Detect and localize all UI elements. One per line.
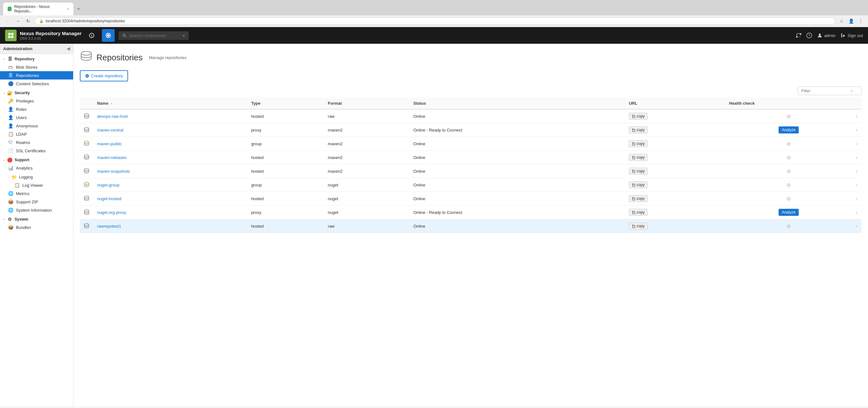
tab-close-button[interactable]: × bbox=[67, 7, 69, 11]
row-chevron[interactable]: › bbox=[852, 109, 862, 123]
sidebar-section-system[interactable]: − ⚙ System bbox=[0, 214, 73, 223]
row-health-check[interactable]: ⊘ bbox=[725, 178, 852, 192]
row-url[interactable]: copy bbox=[625, 123, 725, 137]
table-row[interactable]: maven-releases hosted maven2 Online copy… bbox=[80, 151, 862, 164]
sidebar-item-analytics[interactable]: 📊 Analytics bbox=[0, 164, 73, 172]
row-url[interactable]: copy bbox=[625, 137, 725, 151]
sidebar-item-realms[interactable]: 🛡 Realms bbox=[0, 138, 73, 147]
menu-icon[interactable]: ⋮ bbox=[857, 18, 864, 25]
row-name[interactable]: nuget-group bbox=[93, 178, 247, 192]
row-chevron[interactable]: › bbox=[852, 123, 862, 137]
nav-back-button[interactable]: ← bbox=[4, 17, 11, 25]
row-health-check[interactable]: ⊘ bbox=[725, 219, 852, 233]
row-chevron[interactable]: › bbox=[852, 178, 862, 192]
row-url[interactable]: copy bbox=[625, 192, 725, 206]
row-health-check[interactable]: Analyze bbox=[725, 206, 852, 219]
new-tab-button[interactable]: + bbox=[75, 5, 83, 13]
copy-url-button[interactable]: copy bbox=[629, 167, 647, 175]
row-name[interactable]: nuget.org-proxy bbox=[93, 206, 247, 219]
help-button[interactable]: ? bbox=[806, 33, 812, 38]
row-url[interactable]: copy bbox=[625, 151, 725, 164]
sidebar-section-repository[interactable]: − 🗄 Repository bbox=[0, 54, 73, 63]
sidebar-item-users[interactable]: 👤 Users bbox=[0, 113, 73, 122]
copy-url-button[interactable]: copy bbox=[629, 209, 647, 216]
nav-refresh-button[interactable]: ↻ bbox=[24, 17, 32, 25]
sidebar-item-metrics[interactable]: 🌐 Metrics bbox=[0, 189, 73, 198]
browse-button[interactable] bbox=[85, 29, 98, 42]
row-chevron[interactable]: › bbox=[852, 192, 862, 206]
sidebar-item-log-viewer[interactable]: 📋 Log Viewer bbox=[0, 181, 73, 189]
row-name[interactable]: rawrepotest1 bbox=[93, 219, 247, 233]
row-health-check[interactable]: ⊘ bbox=[725, 192, 852, 206]
row-chevron[interactable]: › bbox=[852, 137, 862, 151]
table-row[interactable]: maven-snapshots hosted maven2 Online cop… bbox=[80, 164, 862, 178]
sidebar-section-support[interactable]: − 🔴 Support bbox=[0, 155, 73, 164]
sidebar-item-roles[interactable]: 👤 Roles bbox=[0, 105, 73, 113]
table-row[interactable]: nuget-group group nuget Online copy ⊘ › bbox=[80, 178, 862, 192]
row-expand-icon[interactable]: › bbox=[856, 114, 858, 119]
table-row[interactable]: nuget.org-proxy proxy nuget Online - Rea… bbox=[80, 206, 862, 219]
row-chevron[interactable]: › bbox=[852, 206, 862, 219]
row-url[interactable]: copy bbox=[625, 206, 725, 219]
table-row[interactable]: rawrepotest1 hosted raw Online copy ⊘ › bbox=[80, 219, 862, 233]
row-url[interactable]: copy bbox=[625, 178, 725, 192]
filter-clear-icon[interactable]: × bbox=[850, 88, 853, 93]
row-chevron[interactable]: › bbox=[852, 219, 862, 233]
copy-url-button[interactable]: copy bbox=[629, 181, 647, 188]
row-chevron[interactable]: › bbox=[852, 151, 862, 164]
search-box[interactable]: × bbox=[119, 31, 189, 40]
row-url[interactable]: copy bbox=[625, 219, 725, 233]
search-clear-icon[interactable]: × bbox=[183, 33, 185, 38]
table-row[interactable]: maven-public group maven2 Online copy ⊘ … bbox=[80, 137, 862, 151]
row-health-check[interactable]: ⊘ bbox=[725, 137, 852, 151]
row-health-check[interactable]: ⊘ bbox=[725, 164, 852, 178]
table-row[interactable]: maven-central proxy maven2 Online - Read… bbox=[80, 123, 862, 137]
copy-url-button[interactable]: copy bbox=[629, 113, 647, 120]
sidebar-item-blob-stores[interactable]: 🗃 Blob Stores bbox=[0, 63, 73, 71]
sidebar-item-logging[interactable]: − 📁 Logging bbox=[0, 172, 73, 181]
copy-url-button[interactable]: copy bbox=[629, 222, 647, 229]
sign-out-button[interactable]: Sign out bbox=[840, 33, 863, 38]
row-health-check[interactable]: ⊘ bbox=[725, 109, 852, 123]
row-expand-icon[interactable]: › bbox=[856, 155, 858, 160]
row-url[interactable]: copy bbox=[625, 109, 725, 123]
profile-icon[interactable]: 👤 bbox=[847, 18, 855, 25]
row-url[interactable]: copy bbox=[625, 164, 725, 178]
sidebar-item-support-zip[interactable]: 📦 Support ZIP bbox=[0, 198, 73, 206]
copy-url-button[interactable]: copy bbox=[629, 126, 647, 133]
row-chevron[interactable]: › bbox=[852, 164, 862, 178]
sidebar-item-anonymous[interactable]: 👤 Anonymous bbox=[0, 122, 73, 130]
sidebar-item-repositories[interactable]: 🗄 Repositories bbox=[0, 71, 73, 80]
copy-url-button[interactable]: copy bbox=[629, 195, 647, 202]
row-expand-icon[interactable]: › bbox=[856, 182, 858, 187]
refresh-button[interactable] bbox=[796, 33, 801, 38]
user-button[interactable]: admin bbox=[817, 33, 835, 38]
sidebar-section-security[interactable]: − 🔐 Security bbox=[0, 88, 73, 97]
table-row[interactable]: nuget-hosted hosted nuget Online copy ⊘ … bbox=[80, 192, 862, 206]
sidebar-item-bundles[interactable]: 📦 Bundles bbox=[0, 223, 73, 231]
sidebar-item-content-selectors[interactable]: 🔵 Content Selectors bbox=[0, 80, 73, 88]
row-expand-icon[interactable]: › bbox=[856, 223, 858, 228]
row-expand-icon[interactable]: › bbox=[856, 127, 858, 132]
row-health-check[interactable]: ⊘ bbox=[725, 151, 852, 164]
sidebar-item-ldap[interactable]: 📋 LDAP bbox=[0, 130, 73, 138]
active-tab[interactable]: Repositories - Nexus Reposito... × bbox=[3, 3, 73, 15]
sidebar-item-privileges[interactable]: 🔑 Privileges bbox=[0, 97, 73, 105]
search-input[interactable] bbox=[129, 33, 180, 38]
address-bar[interactable]: 🔒 localhost:32004/#admin/repository/repo… bbox=[34, 17, 835, 25]
row-name[interactable]: maven-releases bbox=[93, 151, 247, 164]
nav-forward-button[interactable]: → bbox=[14, 17, 22, 25]
table-row[interactable]: devops-raw-host hosted raw Online copy ⊘… bbox=[80, 109, 862, 123]
sidebar-item-system-information[interactable]: 🌐 System Information bbox=[0, 206, 73, 214]
filter-box[interactable]: × bbox=[798, 87, 862, 95]
row-health-check[interactable]: Analyze bbox=[725, 123, 852, 137]
bookmark-icon[interactable]: ☆ bbox=[838, 18, 845, 25]
copy-url-button[interactable]: copy bbox=[629, 140, 647, 147]
row-expand-icon[interactable]: › bbox=[856, 210, 858, 215]
analyze-button[interactable]: Analyze bbox=[779, 209, 799, 216]
filter-input[interactable] bbox=[801, 88, 849, 93]
copy-url-button[interactable]: copy bbox=[629, 154, 647, 161]
row-expand-icon[interactable]: › bbox=[856, 168, 858, 174]
row-expand-icon[interactable]: › bbox=[856, 141, 858, 146]
row-name[interactable]: maven-snapshots bbox=[93, 164, 247, 178]
